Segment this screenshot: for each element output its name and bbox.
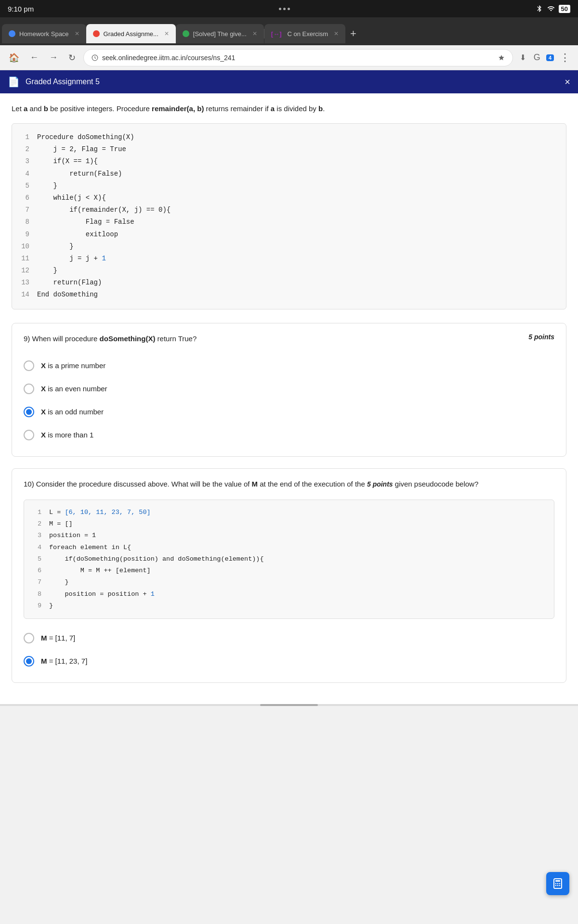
radio-button[interactable] [24,656,34,667]
radio-button[interactable] [24,384,34,394]
extension-badge[interactable]: 4 [546,54,554,61]
line-content: foreach element in L{ [49,542,131,553]
tab-exercism[interactable]: [↔] C on Exercism ✕ [264,24,345,43]
code-line: 8 Flag = False [20,216,558,228]
line-number: 7 [32,577,41,588]
url-field[interactable]: seek.onlinedegree.iitm.ac.in/courses/ns_… [83,49,513,66]
code-line: 2M = [] [32,518,546,530]
line-content: M = [] [49,518,73,530]
tab-close-exercism[interactable]: ✕ [334,30,339,37]
code-line: 9} [32,600,546,612]
menu-button[interactable]: ⋮ [558,50,572,66]
question-9-block: 9) When will procedure doSomething(X) re… [12,323,566,457]
radio-button[interactable] [24,407,34,417]
line-number: 2 [20,143,29,155]
tab-icon-graded [93,30,100,37]
code-line: 5 if(doSomething(position) and doSomethi… [32,553,546,565]
code-line: 3 if(X == 1){ [20,155,558,167]
panel-close-button[interactable]: × [565,77,570,88]
refresh-button[interactable]: ↻ [66,51,79,65]
question-9-points: 5 points [528,333,554,341]
tab-close-homework[interactable]: ✕ [75,30,79,37]
svg-rect-2 [555,880,560,882]
option-label: M = [11, 23, 7] [41,655,87,667]
line-number: 9 [32,600,41,612]
code-line: 7 } [32,577,546,588]
code-line: 9 exitloop [20,229,558,241]
tab-homework-space[interactable]: Homework Space ✕ [2,24,86,43]
download-button[interactable]: ⬇ [518,51,528,64]
line-content: position = position + 1 [49,589,155,600]
code-line: 14End doSomething [20,289,558,301]
tab-label-solved: [Solved] The give... [193,30,247,38]
calculator-button[interactable] [546,872,569,895]
code-line: 6 while(j < X){ [20,192,558,204]
line-content: if(X == 1){ [37,155,98,167]
scroll-thumb[interactable] [260,704,318,706]
line-number: 10 [20,241,29,253]
code-line: 2 j = 2, Flag = True [20,143,558,155]
tab-close-graded[interactable]: ✕ [164,30,169,37]
code-line: 3position = 1 [32,530,546,541]
line-number: 11 [20,253,29,265]
status-icons: 50 [536,5,570,13]
svg-point-7 [557,885,558,886]
line-content: if(remainder(X, j) == 0){ [37,204,171,216]
tab-solved[interactable]: [Solved] The give... ✕ [176,24,264,43]
option-row[interactable]: X is an even number [24,377,554,400]
line-number: 2 [32,518,41,530]
line-number: 4 [32,542,41,553]
tab-close-solved[interactable]: ✕ [252,30,257,37]
main-content: Let a and b be positive integers. Proced… [0,93,578,704]
option-row[interactable]: X is an odd number [24,400,554,424]
question-9-header: 9) When will procedure doSomething(X) re… [24,333,554,345]
intro-text: Let a and b be positive integers. Proced… [12,103,566,115]
calculator-icon [552,878,564,889]
question-10-header: 10) Consider the procedure discussed abo… [24,478,554,490]
option-row[interactable]: M = [11, 23, 7] [24,650,554,673]
question-9-text: 9) When will procedure doSomething(X) re… [24,333,528,345]
tab-bar: Homework Space ✕ Graded Assignme... ✕ [S… [0,17,578,45]
line-number: 5 [32,553,41,565]
line-number: 7 [20,204,29,216]
back-button[interactable]: ← [27,51,41,64]
svg-point-4 [557,883,558,884]
wifi-icon [547,5,555,13]
option-row[interactable]: X is a prime number [24,354,554,377]
home-button[interactable]: 🏠 [6,51,22,65]
panel-title: Graded Assignment 5 [26,77,559,86]
svg-point-3 [555,883,556,884]
bluetooth-icon [536,5,543,13]
line-number: 13 [20,277,29,289]
new-tab-button[interactable]: + [345,27,361,40]
star-icon[interactable] [498,54,505,61]
option-label: X is more than 1 [41,429,93,441]
question-10-options: M = [11, 7]M = [11, 23, 7] [24,627,554,673]
tab-icon-solved [183,30,189,37]
url-text: seek.onlinedegree.iitm.ac.in/courses/ns_… [102,54,494,62]
line-content: j = j + 1 [37,253,106,265]
line-number: 4 [20,168,29,180]
line-number: 6 [20,192,29,204]
code-line: 7 if(remainder(X, j) == 0){ [20,204,558,216]
line-content: End doSomething [37,289,98,301]
line-number: 1 [20,131,29,143]
secure-icon [92,54,98,61]
question-10-block: 10) Consider the procedure discussed abo… [12,468,566,683]
forward-button[interactable]: → [46,51,61,64]
option-row[interactable]: X is more than 1 [24,424,554,447]
radio-button[interactable] [24,430,34,440]
line-content: if(doSomething(position) and doSomething… [49,553,264,565]
code-line: 12 } [20,265,558,277]
line-content: position = 1 [49,530,96,541]
radio-button[interactable] [24,360,34,371]
tab-graded-assignment[interactable]: Graded Assignme... ✕ [86,24,176,43]
option-row[interactable]: M = [11, 7] [24,627,554,650]
line-content: } [37,180,57,192]
code-line: 13 return(Flag) [20,277,558,289]
translate-button[interactable]: G [532,51,542,64]
option-label: M = [11, 7] [41,632,75,644]
status-time: 9:10 pm [8,5,34,13]
radio-button[interactable] [24,633,34,643]
addr-icon-group: ⬇ G 4 ⋮ [518,50,572,66]
